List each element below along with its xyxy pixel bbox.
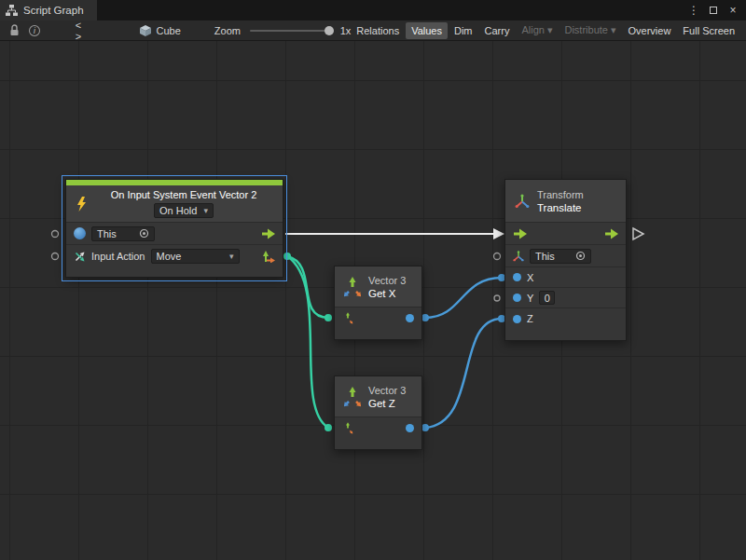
flow-continue-triangle-icon[interactable] bbox=[633, 228, 643, 239]
toolbar-button-carry[interactable]: Carry bbox=[479, 22, 516, 39]
wire-endpoint bbox=[325, 424, 332, 431]
menu-icon[interactable]: ⋮ bbox=[686, 3, 701, 18]
info-icon[interactable]: i bbox=[29, 25, 40, 36]
script-graph-window: Script Graph ⋮ × i < > Cube bbox=[0, 0, 746, 560]
event-node-header: On Input System Event Vector 2 On Hold ▾ bbox=[66, 185, 283, 223]
y-input-port[interactable] bbox=[513, 294, 521, 302]
control-output-port[interactable] bbox=[261, 228, 275, 239]
window-controls: ⋮ × bbox=[686, 3, 746, 18]
toolbar-button-distribute[interactable]: Distribute ▾ bbox=[559, 21, 621, 39]
graph-canvas[interactable]: On Input System Event Vector 2 On Hold ▾… bbox=[0, 41, 746, 560]
vector3-input-port[interactable] bbox=[342, 421, 353, 435]
tab-script-graph[interactable]: Script Graph bbox=[0, 0, 97, 20]
port-label-y: Y bbox=[527, 293, 533, 304]
event-this-row: This bbox=[66, 223, 283, 245]
wire-vector2-to-get-x[interactable] bbox=[287, 256, 328, 318]
get-z-header: Vector 3 Get Z bbox=[335, 376, 421, 417]
node-title: Translate bbox=[537, 202, 584, 213]
input-action-icon bbox=[74, 251, 86, 263]
translate-header: Transform Translate bbox=[505, 180, 626, 223]
translate-y-row: Y 0 bbox=[505, 288, 626, 308]
toolbar-button-full-screen[interactable]: Full Screen bbox=[677, 22, 740, 39]
zoom-slider[interactable] bbox=[250, 30, 333, 32]
control-input-port[interactable] bbox=[513, 228, 527, 239]
vector3-icon bbox=[344, 385, 361, 409]
translate-z-row: Z bbox=[505, 308, 626, 329]
wire-endpoint bbox=[421, 424, 429, 431]
lock-icon[interactable] bbox=[9, 24, 20, 36]
get-x-header: Vector 3 Get X bbox=[335, 266, 421, 307]
translate-this-row: This bbox=[505, 245, 626, 267]
transform-icon bbox=[513, 251, 524, 262]
node-type-label: Transform bbox=[537, 189, 584, 200]
y-value-field[interactable]: 0 bbox=[539, 291, 555, 305]
this-icon bbox=[74, 227, 86, 239]
get-z-port-row bbox=[335, 417, 421, 438]
graph-context[interactable]: Cube bbox=[139, 24, 181, 37]
toolbar-button-align[interactable]: Align ▾ bbox=[516, 21, 558, 39]
toolbar-button-values[interactable]: Values bbox=[406, 22, 448, 39]
wire-control-arrowhead bbox=[493, 228, 504, 239]
this-object-field[interactable]: This bbox=[530, 249, 591, 264]
chevron-down-icon: ▾ bbox=[229, 252, 234, 261]
x-input-port[interactable] bbox=[513, 273, 521, 281]
wire-endpoint bbox=[421, 314, 429, 321]
input-action-dropdown[interactable]: Move ▾ bbox=[151, 249, 240, 264]
float-output-port[interactable] bbox=[406, 424, 414, 432]
maximize-icon[interactable] bbox=[706, 3, 721, 18]
wire-endpoint bbox=[283, 253, 291, 260]
this-field-label: This bbox=[535, 251, 555, 262]
event-input-action-row: Input Action Move ▾ bbox=[66, 245, 283, 267]
toolbar-button-overview[interactable]: Overview bbox=[623, 22, 677, 39]
wire-get-x-to-x[interactable] bbox=[425, 278, 502, 318]
node-get-z[interactable]: Vector 3 Get Z bbox=[334, 376, 422, 450]
node-title: Get Z bbox=[368, 398, 406, 409]
port-label-x: X bbox=[527, 272, 533, 283]
vector2-output-port[interactable] bbox=[263, 251, 275, 263]
port-label-z: Z bbox=[527, 313, 533, 324]
dropdown-value: Move bbox=[157, 251, 182, 262]
zoom-label: Zoom bbox=[214, 25, 241, 36]
float-output-port[interactable] bbox=[406, 314, 414, 322]
code-preview-icon[interactable]: < > bbox=[76, 20, 90, 42]
wire-vector2-to-get-z[interactable] bbox=[287, 256, 328, 428]
zoom-value: 1x bbox=[340, 25, 352, 36]
node-type-label: Vector 3 bbox=[368, 275, 406, 286]
titlebar: Script Graph ⋮ × bbox=[0, 0, 746, 20]
graph-toolbar: i < > Cube Zoom 1x Relations Values Dim … bbox=[0, 20, 746, 41]
input-action-label: Input Action bbox=[91, 251, 145, 262]
node-on-input-system-event[interactable]: On Input System Event Vector 2 On Hold ▾… bbox=[65, 179, 283, 278]
port-circle-translate-y[interactable] bbox=[494, 295, 500, 301]
node-type-label: Vector 3 bbox=[368, 385, 406, 396]
close-icon[interactable]: × bbox=[725, 3, 740, 18]
vector3-input-port[interactable] bbox=[342, 311, 353, 325]
wire-endpoint bbox=[325, 314, 332, 321]
port-circle-translate-this[interactable] bbox=[494, 253, 501, 260]
toolbar-button-dim[interactable]: Dim bbox=[449, 22, 478, 39]
node-get-x[interactable]: Vector 3 Get X bbox=[334, 266, 422, 340]
object-picker-icon[interactable] bbox=[575, 251, 586, 261]
this-field-label: This bbox=[97, 228, 117, 239]
lightning-icon bbox=[76, 197, 87, 212]
zoom-slider-knob[interactable] bbox=[325, 26, 334, 35]
transform-icon bbox=[515, 194, 530, 209]
port-circle-event-this[interactable] bbox=[52, 231, 59, 238]
translate-control-row bbox=[505, 223, 626, 245]
port-circle-event-action[interactable] bbox=[52, 253, 59, 260]
control-output-port[interactable] bbox=[604, 228, 618, 239]
event-mode-dropdown[interactable]: On Hold ▾ bbox=[154, 203, 214, 218]
object-picker-icon[interactable] bbox=[139, 228, 149, 239]
toolbar-view-buttons: Relations Values Dim Carry Align ▾ Distr… bbox=[351, 21, 742, 39]
object-name: Cube bbox=[157, 25, 181, 36]
wire-get-z-to-z[interactable] bbox=[425, 319, 502, 428]
node-translate[interactable]: Transform Translate bbox=[504, 179, 627, 341]
tab-title: Script Graph bbox=[23, 5, 84, 16]
node-title: On Input System Event Vector 2 bbox=[111, 189, 257, 200]
node-title: Get X bbox=[368, 288, 406, 299]
script-graph-icon bbox=[6, 5, 18, 16]
cube-icon bbox=[139, 24, 152, 37]
z-input-port[interactable] bbox=[513, 315, 521, 323]
toolbar-button-relations[interactable]: Relations bbox=[351, 22, 405, 39]
this-object-field[interactable]: This bbox=[91, 226, 155, 241]
vector3-icon bbox=[344, 275, 361, 299]
